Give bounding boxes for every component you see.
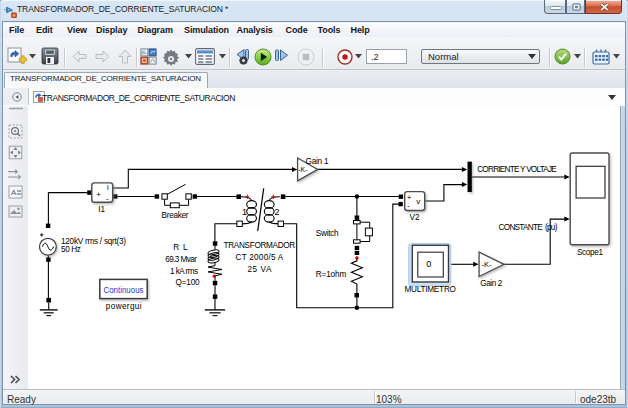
svg-text:69.3 Mvar: 69.3 Mvar (165, 255, 197, 264)
svg-text:CONSTANTE (pu): CONSTANTE (pu) (499, 223, 558, 232)
svg-text:Scope1: Scope1 (577, 248, 604, 257)
svg-text:1 kA rms: 1 kA rms (170, 267, 198, 276)
svg-text:I1: I1 (98, 205, 105, 214)
svg-text:CORRIENTE Y VOLTAJE: CORRIENTE Y VOLTAJE (477, 165, 557, 174)
svg-text:R L: R L (173, 243, 188, 252)
svg-text:25 VA: 25 VA (247, 265, 272, 274)
svg-text:-: - (407, 201, 410, 210)
svg-text:TRANSFORMADOR: TRANSFORMADOR (224, 241, 296, 250)
svg-text:V2: V2 (410, 213, 420, 222)
svg-text:Q=100: Q=100 (176, 278, 200, 287)
svg-text:+: + (407, 193, 412, 202)
svg-text:v: v (416, 197, 420, 206)
svg-text:0: 0 (426, 259, 431, 269)
svg-text:MULTIMETRO: MULTIMETRO (404, 285, 456, 294)
svg-text:2: 2 (274, 207, 279, 217)
svg-text:50 Hz: 50 Hz (61, 245, 81, 254)
svg-text:Switch: Switch (316, 229, 339, 238)
svg-text:R=1ohm: R=1ohm (316, 270, 347, 279)
svg-text:powergui: powergui (106, 302, 142, 311)
svg-text:Gain 2: Gain 2 (480, 279, 503, 288)
svg-text:Continuous: Continuous (104, 285, 144, 295)
svg-text:Gain 1: Gain 1 (306, 157, 329, 166)
svg-text:-K-: -K- (482, 260, 493, 269)
svg-text:-K-: -K- (298, 166, 308, 173)
svg-text:+: + (96, 190, 101, 199)
svg-text:1: 1 (242, 207, 247, 217)
svg-text:A: A (11, 188, 17, 197)
svg-text:CT 2000/5 A: CT 2000/5 A (236, 253, 284, 262)
svg-text:Breaker: Breaker (162, 211, 189, 220)
svg-text:-: - (106, 194, 109, 203)
